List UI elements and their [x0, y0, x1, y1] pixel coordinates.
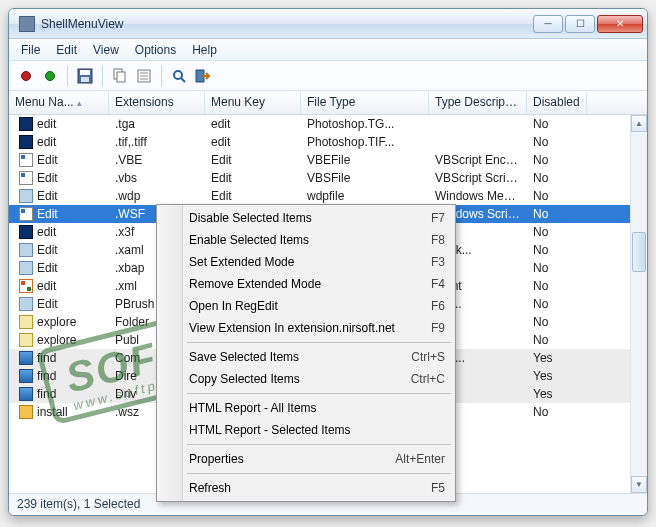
row-name: edit [37, 225, 56, 239]
table-row[interactable]: edit.tif,.tiffeditPhotoshop.TIF...No [9, 133, 647, 151]
menu-item-label: Disable Selected Items [189, 211, 431, 225]
menu-file[interactable]: File [13, 41, 48, 59]
col-menu-key[interactable]: Menu Key [205, 91, 301, 114]
menu-item-accel: F5 [431, 481, 445, 495]
menu-item-accel: F6 [431, 299, 445, 313]
menu-item-accel: F3 [431, 255, 445, 269]
filetype-icon [19, 369, 33, 383]
menu-item[interactable]: Save Selected ItemsCtrl+S [159, 346, 453, 368]
filetype-icon [19, 279, 33, 293]
table-row[interactable]: edit.tgaeditPhotoshop.TG...No [9, 115, 647, 133]
save-icon[interactable] [74, 65, 96, 87]
filetype-icon [19, 225, 33, 239]
menu-item[interactable]: RefreshF5 [159, 477, 453, 499]
menu-item-accel: Ctrl+S [411, 350, 445, 364]
col-disabled[interactable]: Disabled [527, 91, 587, 114]
row-name: Edit [37, 243, 58, 257]
filetype-icon [19, 171, 33, 185]
filetype-icon [19, 315, 33, 329]
menu-separator [187, 393, 451, 394]
menu-item[interactable]: Copy Selected ItemsCtrl+C [159, 368, 453, 390]
column-headers: Menu Na... ▴ Extensions Menu Key File Ty… [9, 91, 647, 115]
menu-item-label: Remove Extended Mode [189, 277, 431, 291]
filetype-icon [19, 261, 33, 275]
menu-item-label: View Extension In extension.nirsoft.net [189, 321, 431, 335]
menu-item[interactable]: Set Extended ModeF3 [159, 251, 453, 273]
menu-item-label: HTML Report - All Items [189, 401, 445, 415]
menu-item[interactable]: View Extension In extension.nirsoft.netF… [159, 317, 453, 339]
menu-item-label: Copy Selected Items [189, 372, 411, 386]
menu-item-label: Enable Selected Items [189, 233, 431, 247]
app-icon [19, 16, 35, 32]
row-name: find [37, 387, 56, 401]
menu-item-label: Refresh [189, 481, 431, 495]
disable-icon[interactable] [15, 65, 37, 87]
row-name: Edit [37, 189, 58, 203]
col-type-desc[interactable]: Type Descripti... [429, 91, 527, 114]
filetype-icon [19, 189, 33, 203]
scroll-thumb[interactable] [632, 232, 646, 272]
maximize-button[interactable]: ☐ [565, 15, 595, 33]
filetype-icon [19, 387, 33, 401]
vertical-scrollbar[interactable]: ▲ ▼ [630, 115, 647, 493]
menu-item[interactable]: Enable Selected ItemsF8 [159, 229, 453, 251]
menu-item[interactable]: HTML Report - Selected Items [159, 419, 453, 441]
row-name: find [37, 351, 56, 365]
menu-item[interactable]: PropertiesAlt+Enter [159, 448, 453, 470]
menu-help[interactable]: Help [184, 41, 225, 59]
minimize-button[interactable]: ─ [533, 15, 563, 33]
filetype-icon [19, 333, 33, 347]
exit-icon[interactable] [192, 65, 214, 87]
menu-item-label: Set Extended Mode [189, 255, 431, 269]
row-name: edit [37, 135, 56, 149]
menu-view[interactable]: View [85, 41, 127, 59]
menu-item-label: Properties [189, 452, 395, 466]
table-row[interactable]: Edit.VBEEditVBEFileVBScript Enco...No [9, 151, 647, 169]
col-extensions[interactable]: Extensions [109, 91, 205, 114]
svg-rect-2 [81, 77, 89, 82]
row-name: edit [37, 279, 56, 293]
menu-options[interactable]: Options [127, 41, 184, 59]
filetype-icon [19, 135, 33, 149]
menu-item-label: Open In RegEdit [189, 299, 431, 313]
row-name: find [37, 369, 56, 383]
row-name: install [37, 405, 68, 419]
menu-item-label: HTML Report - Selected Items [189, 423, 445, 437]
copy-icon[interactable] [109, 65, 131, 87]
menu-item-accel: Alt+Enter [395, 452, 445, 466]
menu-item[interactable]: Open In RegEditF6 [159, 295, 453, 317]
find-icon[interactable] [168, 65, 190, 87]
filetype-icon [19, 243, 33, 257]
col-menu-name[interactable]: Menu Na... ▴ [9, 91, 109, 114]
col-file-type[interactable]: File Type [301, 91, 429, 114]
menu-edit[interactable]: Edit [48, 41, 85, 59]
separator [67, 66, 68, 86]
menu-item[interactable]: Disable Selected ItemsF7 [159, 207, 453, 229]
menubar: FileEditViewOptionsHelp [9, 39, 647, 61]
scroll-up-button[interactable]: ▲ [631, 115, 647, 132]
row-name: Edit [37, 171, 58, 185]
row-name: Edit [37, 207, 58, 221]
menu-separator [187, 342, 451, 343]
toolbar [9, 61, 647, 91]
titlebar: ShellMenuView ─ ☐ ✕ [9, 9, 647, 39]
menu-item-accel: F9 [431, 321, 445, 335]
table-row[interactable]: Edit.wdpEditwdpfileWindows Medi...No [9, 187, 647, 205]
row-name: explore [37, 333, 76, 347]
window-title: ShellMenuView [41, 17, 533, 31]
menu-item[interactable]: Remove Extended ModeF4 [159, 273, 453, 295]
menu-item[interactable]: HTML Report - All Items [159, 397, 453, 419]
svg-rect-1 [80, 70, 90, 75]
row-name: explore [37, 315, 76, 329]
row-name: Edit [37, 297, 58, 311]
separator [102, 66, 103, 86]
enable-icon[interactable] [39, 65, 61, 87]
filetype-icon [19, 351, 33, 365]
context-menu: Disable Selected ItemsF7Enable Selected … [156, 204, 456, 502]
filetype-icon [19, 153, 33, 167]
scroll-down-button[interactable]: ▼ [631, 476, 647, 493]
properties-icon[interactable] [133, 65, 155, 87]
filetype-icon [19, 297, 33, 311]
close-button[interactable]: ✕ [597, 15, 643, 33]
table-row[interactable]: Edit.vbsEditVBSFileVBScript Script...No [9, 169, 647, 187]
